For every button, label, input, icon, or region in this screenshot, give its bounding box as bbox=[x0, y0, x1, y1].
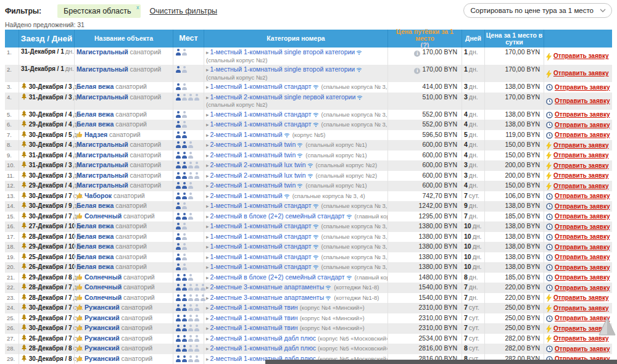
object-name-link[interactable]: Магистральный bbox=[77, 161, 128, 168]
category-link[interactable]: 2-местный 1-комнатный bbox=[210, 131, 283, 138]
category-link[interactable]: 2-местный 1-комнатный bbox=[210, 192, 283, 199]
expand-caret-icon[interactable] bbox=[206, 304, 209, 312]
expand-caret-icon[interactable] bbox=[206, 325, 209, 333]
expand-caret-icon[interactable] bbox=[206, 83, 209, 91]
expand-caret-icon[interactable] bbox=[206, 274, 209, 282]
submit-request-link[interactable]: Отправить заявку bbox=[555, 284, 610, 292]
expand-caret-icon[interactable] bbox=[206, 233, 209, 241]
category-link[interactable]: 1-местный 1-комнатный стандарт bbox=[210, 253, 312, 260]
expand-caret-icon[interactable] bbox=[206, 345, 209, 353]
expand-caret-icon[interactable] bbox=[206, 223, 209, 231]
category-link[interactable]: 1-местный 1-комнатный стандарт bbox=[210, 263, 312, 270]
object-name-link[interactable]: Белая вежа bbox=[77, 253, 114, 260]
filter-chip-region[interactable]: Брестская область x bbox=[57, 4, 141, 18]
expand-caret-icon[interactable] bbox=[206, 152, 209, 160]
category-link[interactable]: 2-местный 1-комнатный twin bbox=[210, 141, 296, 148]
submit-request-link[interactable]: Отправить заявку bbox=[555, 84, 610, 92]
category-link[interactable]: 1-местный 1-комнатный стандарт bbox=[210, 242, 312, 250]
object-name-link[interactable]: Белая вежа bbox=[77, 83, 114, 90]
category-link[interactable]: 1-местный 1-комнатный стандарт bbox=[210, 202, 312, 209]
category-link[interactable]: 1-местный 1-комнатный стандарт bbox=[210, 83, 312, 90]
submit-request-link[interactable]: Отправить заявку bbox=[553, 183, 608, 191]
category-link[interactable]: 2-местный 1-комнатный твин bbox=[210, 304, 298, 311]
submit-request-link[interactable]: Отправить заявку bbox=[555, 213, 610, 221]
object-name-link[interactable]: Ружанский bbox=[85, 304, 120, 311]
expand-caret-icon[interactable] bbox=[206, 355, 209, 363]
submit-request-link[interactable]: Отправить заявку bbox=[555, 111, 610, 119]
object-name-link[interactable]: Белая вежа bbox=[77, 242, 114, 250]
submit-request-link[interactable]: Отправить заявку bbox=[553, 70, 608, 78]
expand-caret-icon[interactable] bbox=[206, 284, 209, 292]
category-link[interactable]: 1-местный 1-комнатный single второй кате… bbox=[210, 65, 355, 73]
category-link[interactable]: 2-местный 1-комнатный твин bbox=[210, 324, 298, 331]
header-days[interactable]: Дней bbox=[462, 30, 484, 48]
expand-caret-icon[interactable] bbox=[206, 192, 209, 201]
object-name-link[interactable]: Магистральный bbox=[77, 65, 128, 73]
category-link[interactable]: 2-местный 2-комнатный lux twin bbox=[210, 161, 306, 168]
object-name-link[interactable]: Ружанский bbox=[85, 344, 120, 352]
expand-caret-icon[interactable] bbox=[206, 94, 209, 102]
category-link[interactable]: 2-местный в блоке (2+2) семейный стандар… bbox=[210, 273, 345, 281]
submit-request-link[interactable]: Отправить заявку bbox=[553, 162, 608, 170]
category-link[interactable]: 2-местный 1-комнатный твин bbox=[210, 314, 298, 321]
info-icon[interactable] bbox=[414, 51, 420, 57]
object-name-link[interactable]: Солнечный bbox=[85, 294, 122, 301]
chip-remove-icon[interactable]: x bbox=[136, 4, 139, 10]
submit-request-link[interactable]: Отправить заявку bbox=[555, 122, 610, 130]
category-link[interactable]: 1-местный 2-комнатный single первой кате… bbox=[210, 93, 356, 101]
object-name-link[interactable]: Ружанский bbox=[85, 334, 120, 342]
header-category[interactable]: Категория номера bbox=[204, 30, 387, 48]
expand-caret-icon[interactable] bbox=[206, 263, 209, 271]
category-link[interactable]: 2-местный 1-комнатный дабл плюс bbox=[210, 344, 317, 352]
submit-request-link[interactable]: Отправить заявку bbox=[553, 305, 608, 313]
expand-caret-icon[interactable] bbox=[206, 243, 209, 251]
object-name-link[interactable]: Магистральный bbox=[77, 141, 128, 148]
scroll-to-top-button[interactable] bbox=[598, 316, 616, 337]
object-name-link[interactable]: Солнечный bbox=[85, 283, 122, 291]
object-name-link[interactable]: Белая вежа bbox=[77, 120, 114, 128]
object-name-link[interactable]: Солнечный bbox=[85, 273, 122, 281]
object-name-link[interactable]: Магистральный bbox=[77, 48, 128, 56]
clear-filters-link[interactable]: Очистить фильтры bbox=[149, 7, 217, 15]
object-name-link[interactable]: Надзея bbox=[85, 131, 107, 138]
submit-request-link[interactable]: Отправить заявку bbox=[555, 274, 610, 282]
expand-caret-icon[interactable] bbox=[206, 254, 209, 262]
submit-request-link[interactable]: Отправить заявку bbox=[555, 223, 610, 231]
expand-caret-icon[interactable] bbox=[206, 49, 209, 57]
expand-caret-icon[interactable] bbox=[206, 141, 209, 149]
object-name-link[interactable]: Белая вежа bbox=[77, 110, 114, 118]
category-link[interactable]: 1-местный 1-комнатный single второй кате… bbox=[210, 48, 355, 56]
header-seats-sort[interactable]: Мест bbox=[173, 30, 204, 48]
expand-caret-icon[interactable] bbox=[206, 202, 209, 210]
sort-select[interactable]: Сортировать по цене тура за 1 место bbox=[463, 3, 612, 18]
category-link[interactable]: 1-местный 1-комнатный стандарт bbox=[210, 110, 312, 118]
category-link[interactable]: 1-местный 1-комнатный стандарт bbox=[210, 222, 312, 230]
header-price-per-day[interactable]: Цена за 1 место в сутки bbox=[484, 30, 544, 48]
submit-request-link[interactable]: Отправить заявку bbox=[553, 142, 608, 150]
object-name-link[interactable]: Ружанский bbox=[85, 355, 120, 362]
header-object-name[interactable]: Название объекта bbox=[74, 30, 173, 48]
category-link[interactable]: 2-местный 2-комнатный lux twin bbox=[210, 172, 306, 179]
submit-request-link[interactable]: Отправить заявку bbox=[553, 294, 608, 302]
category-link[interactable]: 2-местные 3-комнатные апартаменты bbox=[210, 283, 325, 291]
submit-request-link[interactable]: Отправить заявку bbox=[555, 264, 610, 272]
submit-request-link[interactable]: Отправить заявку bbox=[555, 131, 610, 139]
expand-caret-icon[interactable] bbox=[206, 315, 209, 323]
category-link[interactable]: 1-местный 1-комнатный стандарт bbox=[210, 120, 312, 128]
expand-caret-icon[interactable] bbox=[206, 162, 209, 170]
submit-request-link[interactable]: Отправить заявку bbox=[555, 244, 610, 252]
submit-request-link[interactable]: Отправить заявку bbox=[555, 345, 610, 354]
category-link[interactable]: 2-местный в блоке (2+2) семейный стандар… bbox=[210, 212, 345, 220]
submit-request-link[interactable]: Отправить заявку bbox=[555, 192, 610, 201]
category-link[interactable]: 1-местный 1-комнатный стандарт bbox=[210, 233, 312, 240]
object-name-link[interactable]: Магистральный bbox=[77, 151, 128, 159]
object-name-link[interactable]: Белая вежа bbox=[77, 263, 114, 270]
object-name-link[interactable]: Ружанский bbox=[85, 314, 120, 321]
submit-request-link[interactable]: Отправить заявку bbox=[553, 172, 608, 180]
object-name-link[interactable]: Белая вежа bbox=[77, 222, 114, 230]
category-link[interactable]: 2-местный 1-комнатный twin bbox=[210, 151, 296, 159]
submit-request-link[interactable]: Отправить заявку bbox=[555, 203, 610, 211]
submit-request-link[interactable]: Отправить заявку bbox=[553, 52, 608, 60]
object-name-link[interactable]: Магистральный bbox=[77, 93, 128, 101]
expand-caret-icon[interactable] bbox=[206, 66, 209, 74]
